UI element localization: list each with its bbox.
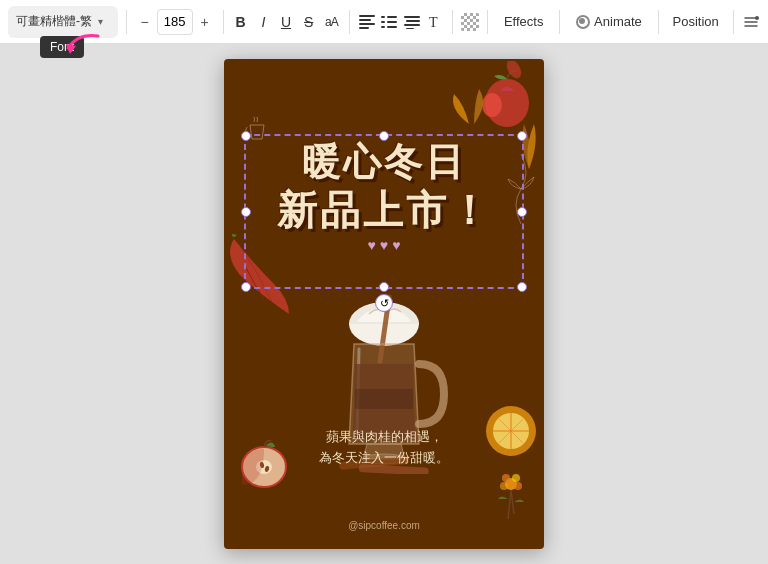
subtitle-line1: 蘋果與肉桂的相遇， [224, 427, 544, 448]
divider-5 [487, 10, 488, 34]
animate-button[interactable]: Animate [568, 8, 650, 36]
selection-handle-tl[interactable] [241, 131, 251, 141]
chevron-down-icon: ▾ [98, 16, 103, 27]
rotate-handle[interactable]: ↺ [375, 294, 393, 312]
font-size-control: − + [135, 9, 215, 35]
svg-point-34 [500, 482, 508, 490]
align-button[interactable] [357, 8, 376, 36]
selection-handle-tm[interactable] [379, 131, 389, 141]
svg-rect-7 [381, 21, 385, 23]
position-button[interactable]: Position [666, 8, 724, 36]
font-selector[interactable]: 可畫精楷體-繁 ▾ [8, 6, 118, 38]
divider-2 [223, 10, 224, 34]
animate-icon [576, 15, 590, 29]
svg-rect-5 [381, 16, 385, 18]
svg-rect-8 [387, 21, 397, 23]
bold-button[interactable]: B [231, 8, 250, 36]
svg-rect-12 [406, 20, 420, 22]
deco-flowers-bottom-right [486, 464, 536, 524]
checker-icon [461, 13, 479, 31]
list2-button[interactable] [403, 8, 422, 36]
svg-rect-2 [359, 19, 371, 21]
svg-rect-4 [359, 27, 369, 29]
svg-rect-38 [355, 389, 413, 409]
canvas-area: ↺ 暖心冬日 新品上市！ ♥ ♥ ♥ [0, 44, 768, 564]
svg-rect-11 [404, 16, 420, 18]
decrease-size-button[interactable]: − [135, 12, 155, 32]
divider-7 [658, 10, 659, 34]
deco-leaves-top-right [439, 89, 489, 129]
svg-point-33 [512, 474, 520, 482]
svg-rect-1 [359, 15, 375, 17]
effects-button[interactable]: Effects [496, 8, 552, 36]
more-options-button[interactable] [741, 8, 760, 36]
svg-rect-13 [404, 24, 420, 26]
subtitle-line2: 為冬天注入一份甜暖。 [224, 448, 544, 469]
divider-6 [559, 10, 560, 34]
selection-handle-bm[interactable] [379, 282, 389, 292]
selection-handle-rm[interactable] [517, 207, 527, 217]
font-size-input[interactable] [157, 9, 193, 35]
poster: ↺ 暖心冬日 新品上市！ ♥ ♥ ♥ [224, 59, 544, 549]
svg-rect-3 [359, 23, 375, 25]
selection-handle-tr[interactable] [517, 131, 527, 141]
transparency-button[interactable] [461, 8, 480, 36]
poster-subtitle: 蘋果與肉桂的相遇， 為冬天注入一份甜暖。 [224, 427, 544, 469]
svg-point-16 [755, 16, 759, 20]
strikethrough-button[interactable]: S [299, 8, 318, 36]
divider-1 [126, 10, 127, 34]
text-type-button[interactable]: T [425, 8, 444, 36]
svg-rect-6 [387, 16, 397, 18]
selection-handle-bl[interactable] [241, 282, 251, 292]
divider-8 [733, 10, 734, 34]
italic-button[interactable]: I [254, 8, 273, 36]
svg-point-32 [502, 474, 510, 482]
divider-3 [349, 10, 350, 34]
case-button[interactable]: aA [322, 8, 341, 36]
svg-text:T: T [429, 15, 438, 30]
poster-website: @sipcoffee.com [224, 520, 544, 531]
svg-rect-10 [387, 26, 397, 28]
text-selection-box[interactable]: ↺ [244, 134, 524, 289]
list-button[interactable] [380, 8, 399, 36]
underline-button[interactable]: U [277, 8, 296, 36]
svg-rect-9 [381, 26, 385, 28]
svg-point-35 [514, 482, 522, 490]
toolbar: 可畫精楷體-繁 ▾ Font − + B I U S aA [0, 0, 768, 44]
divider-4 [452, 10, 453, 34]
increase-size-button[interactable]: + [195, 12, 215, 32]
font-name-label: 可畫精楷體-繁 [16, 13, 92, 30]
animate-label: Animate [594, 14, 642, 29]
selection-handle-lm[interactable] [241, 207, 251, 217]
selection-handle-br[interactable] [517, 282, 527, 292]
svg-rect-14 [406, 28, 414, 29]
